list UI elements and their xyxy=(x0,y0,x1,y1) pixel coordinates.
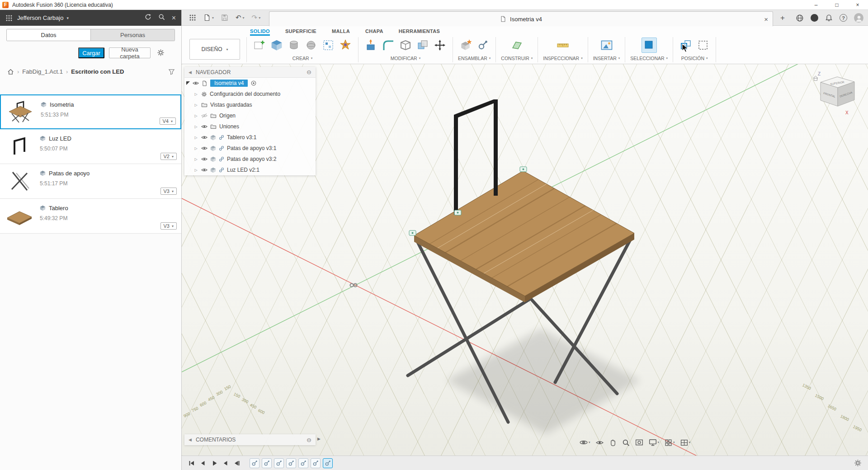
version-dropdown[interactable]: V2▾ xyxy=(160,153,177,160)
list-item-luz-led[interactable]: Luz LED 5:50:07 PM V2▾ xyxy=(0,129,181,164)
timeline-joint-feature[interactable] xyxy=(298,458,308,468)
undo-icon[interactable]: ↶▾ xyxy=(236,14,245,22)
timeline-joint-feature[interactable] xyxy=(262,458,272,468)
revert-position-button[interactable] xyxy=(695,38,711,53)
collapse-left-icon[interactable]: ◀ xyxy=(189,70,192,75)
expand-triangle-icon[interactable]: ▷ xyxy=(193,136,198,140)
extensions-globe-icon[interactable] xyxy=(796,14,804,22)
posicion-menu[interactable]: POSICIÓN▾ xyxy=(681,56,708,61)
browser-root-label[interactable]: Isometria v4 xyxy=(210,80,248,87)
expand-triangle-icon[interactable]: ▷ xyxy=(193,114,198,118)
visibility-eye-icon[interactable] xyxy=(193,80,199,86)
press-pull-button[interactable] xyxy=(363,38,379,53)
close-window-button[interactable]: × xyxy=(847,0,868,9)
browser-row-patas-1[interactable]: ▷ Patas de apoyo v3:1 xyxy=(184,143,316,154)
document-tab[interactable]: Isometria v4 × xyxy=(269,11,773,26)
job-status-icon[interactable] xyxy=(811,14,818,22)
browser-row-configuracion[interactable]: ▷ Configuración del documento xyxy=(184,89,316,99)
insert-canvas-button[interactable] xyxy=(599,38,614,53)
workspace-selector[interactable]: DISEÑO▾ xyxy=(189,39,240,60)
play-button[interactable] xyxy=(211,460,218,467)
visibility-eye-icon[interactable] xyxy=(201,145,208,151)
tab-personas[interactable]: Personas xyxy=(91,29,175,41)
ensamblar-menu[interactable]: ENSAMBLAR▾ xyxy=(458,56,491,61)
visibility-eye-off-icon[interactable] xyxy=(201,113,208,119)
display-settings-button[interactable]: ▾ xyxy=(649,438,660,446)
expand-triangle-icon[interactable]: ▷ xyxy=(193,168,198,172)
browser-root-row[interactable]: Isometria v4 xyxy=(184,78,316,89)
comments-panel[interactable]: ◀ COMENTARIOS ⊖ xyxy=(184,434,316,445)
show-data-panel-icon[interactable] xyxy=(189,14,196,21)
breadcrumb-project[interactable]: FabDig_1.Act.1 xyxy=(22,68,63,75)
data-panel-settings-gear-icon[interactable] xyxy=(157,49,165,58)
fit-button[interactable] xyxy=(635,438,643,446)
select-button[interactable] xyxy=(642,38,657,53)
viewports-button[interactable]: ▾ xyxy=(680,439,691,446)
browser-row-vistas-guardadas[interactable]: ▷ Vistas guardadas xyxy=(184,99,316,110)
browser-panel-header[interactable]: ◀ NAVEGADOR ⊖ xyxy=(184,67,316,78)
expand-triangle-icon[interactable]: ▷ xyxy=(193,146,198,150)
fillet-button[interactable] xyxy=(381,38,396,53)
expand-comments-icon[interactable]: ▶ xyxy=(317,437,321,441)
expand-triangle-icon[interactable]: ▷ xyxy=(193,103,198,107)
visibility-eye-icon[interactable] xyxy=(201,156,208,162)
create-form-button[interactable] xyxy=(338,38,353,53)
search-icon[interactable] xyxy=(158,14,165,22)
crear-menu[interactable]: CREAR▾ xyxy=(292,56,312,61)
create-sketch-button[interactable] xyxy=(252,38,267,53)
save-icon[interactable] xyxy=(221,14,228,21)
tab-superficie[interactable]: SUPERFICIE xyxy=(285,28,316,36)
expand-triangle-icon[interactable]: ▷ xyxy=(193,125,198,129)
go-to-end-button[interactable] xyxy=(233,460,241,467)
go-to-start-button[interactable] xyxy=(188,460,195,467)
notifications-bell-icon[interactable] xyxy=(825,14,833,22)
apps-grid-icon[interactable] xyxy=(5,14,13,22)
pattern-button[interactable] xyxy=(321,38,336,53)
filter-icon[interactable] xyxy=(168,68,175,75)
user-menu[interactable]: Jefferson Carbajo xyxy=(17,14,63,21)
redo-icon[interactable]: ↷▾ xyxy=(252,14,261,22)
upload-button[interactable]: Cargar xyxy=(78,47,104,58)
zoom-button[interactable] xyxy=(622,439,630,446)
tab-solido[interactable]: SOLIDO xyxy=(250,28,270,36)
list-item-patas-de-apoyo[interactable]: Patas de apoyo 5:51:17 PM V3▾ xyxy=(0,164,181,199)
timeline-joint-feature[interactable] xyxy=(286,458,296,468)
move-copy-button[interactable] xyxy=(432,38,448,53)
view-cube[interactable]: SUPERIOR FRONTAL DERECHA Z X xyxy=(813,71,854,115)
tab-herramientas[interactable]: HERRAMIENTAS xyxy=(399,28,440,36)
sphere-button[interactable] xyxy=(303,38,319,53)
inspeccionar-menu[interactable]: INSPECCIONAR▾ xyxy=(543,56,582,61)
construction-plane-button[interactable] xyxy=(509,38,524,53)
grid-settings-button[interactable]: ▾ xyxy=(665,439,675,446)
seleccionar-menu[interactable]: SELECCIONAR▾ xyxy=(630,56,668,61)
version-dropdown[interactable]: V4▾ xyxy=(160,118,176,125)
new-document-tab-button[interactable]: + xyxy=(778,13,788,23)
browser-row-patas-2[interactable]: ▷ Patas de apoyo v3:2 xyxy=(184,154,316,164)
version-dropdown[interactable]: V3▾ xyxy=(160,222,177,230)
shell-button[interactable] xyxy=(398,38,413,53)
minimize-button[interactable]: – xyxy=(806,0,826,9)
modificar-menu[interactable]: MODIFICAR▾ xyxy=(391,56,420,61)
list-item-isometria[interactable]: Isometria 5:51:33 PM V4▾ xyxy=(0,94,181,129)
viewcube-home-icon[interactable] xyxy=(813,76,818,78)
step-back-button[interactable] xyxy=(199,460,207,467)
expand-triangle-icon[interactable]: ▷ xyxy=(193,92,198,96)
new-component-button[interactable] xyxy=(458,38,473,53)
breadcrumb-folder[interactable]: Escritorio con LED xyxy=(71,68,124,75)
refresh-icon[interactable] xyxy=(145,14,151,22)
browser-row-uniones[interactable]: ▷ Uniones xyxy=(184,121,316,132)
timeline-joint-feature[interactable] xyxy=(311,458,321,468)
maximize-button[interactable]: □ xyxy=(826,0,847,9)
list-item-tablero[interactable]: Tablero 5:49:32 PM V3▾ xyxy=(0,199,181,234)
construir-menu[interactable]: CONSTRUIR▾ xyxy=(501,56,533,61)
pan-button[interactable] xyxy=(609,439,617,446)
cylinder-button[interactable] xyxy=(286,38,302,53)
visibility-eye-icon[interactable] xyxy=(201,134,208,141)
minimize-panel-icon[interactable]: ⊖ xyxy=(307,69,311,75)
timeline-joint-feature-selected[interactable] xyxy=(323,458,333,468)
insertar-menu[interactable]: INSERTAR▾ xyxy=(593,56,620,61)
close-document-tab-button[interactable]: × xyxy=(764,15,768,23)
browser-row-tablero[interactable]: ▷ Tablero v3:1 xyxy=(184,132,316,143)
joint-button[interactable] xyxy=(475,38,491,53)
activate-target-icon[interactable] xyxy=(250,80,257,86)
